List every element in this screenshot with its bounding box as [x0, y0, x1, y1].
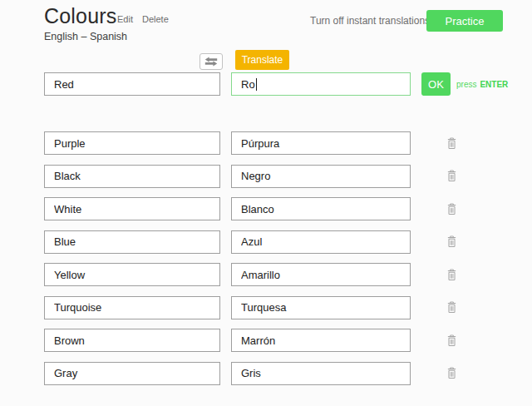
translation-input[interactable]: [231, 263, 411, 286]
enter-key-label: ENTER: [480, 80, 508, 89]
table-row: [44, 197, 466, 220]
trash-icon: [446, 170, 457, 182]
practice-button[interactable]: Practice: [426, 10, 503, 32]
language-pair-label: English – Spanish: [44, 31, 127, 42]
table-row: [44, 131, 466, 155]
table-row: [44, 165, 466, 188]
translation-input[interactable]: Ro: [231, 72, 411, 96]
swap-horizontal-icon: [202, 55, 220, 68]
term-input[interactable]: [44, 197, 220, 220]
table-row: [44, 230, 466, 254]
table-row: [44, 329, 466, 352]
trash-icon: [446, 203, 457, 215]
table-row: [44, 362, 466, 385]
delete-row-button[interactable]: [444, 300, 459, 316]
term-input[interactable]: [44, 165, 220, 188]
delete-row-button[interactable]: [444, 266, 459, 283]
term-input[interactable]: [44, 131, 220, 155]
translation-input-value: Ro: [241, 78, 255, 91]
trash-icon: [446, 301, 457, 314]
delete-row-button[interactable]: [444, 234, 459, 250]
press-label: press: [456, 80, 476, 89]
term-input[interactable]: [44, 263, 220, 286]
delete-link[interactable]: Delete: [142, 14, 169, 24]
table-row: [44, 296, 466, 319]
translate-button[interactable]: Translate: [235, 50, 289, 70]
swap-languages-button[interactable]: [200, 53, 223, 70]
source-term-input[interactable]: [44, 72, 220, 96]
page-title: Colours: [44, 4, 117, 28]
toggle-instant-translations[interactable]: Turn off instant translations: [310, 15, 430, 27]
translation-input[interactable]: [231, 131, 411, 155]
delete-row-button[interactable]: [444, 201, 459, 217]
trash-icon: [446, 235, 457, 248]
edit-link[interactable]: Edit: [117, 14, 133, 24]
translation-input[interactable]: [231, 296, 411, 319]
trash-icon: [446, 269, 457, 281]
term-input[interactable]: [44, 296, 220, 319]
press-enter-hint: press ENTER: [456, 72, 508, 96]
trash-icon: [446, 367, 457, 379]
term-input[interactable]: [44, 329, 220, 352]
translation-input[interactable]: [231, 165, 411, 188]
translation-input[interactable]: [231, 329, 411, 352]
translation-input[interactable]: [231, 230, 411, 254]
term-input[interactable]: [44, 230, 220, 254]
trash-icon: [446, 137, 457, 150]
translation-input[interactable]: [231, 362, 411, 385]
delete-row-button[interactable]: [444, 135, 459, 151]
delete-row-button[interactable]: [444, 332, 459, 349]
delete-row-button[interactable]: [444, 168, 459, 185]
ok-button[interactable]: OK: [421, 72, 451, 96]
delete-row-button[interactable]: [444, 365, 459, 382]
text-caret: [256, 78, 257, 91]
term-input[interactable]: [44, 362, 220, 385]
table-row: [44, 263, 466, 286]
translation-input[interactable]: [231, 197, 411, 220]
trash-icon: [446, 334, 457, 347]
word-pairs-list: [44, 131, 466, 385]
